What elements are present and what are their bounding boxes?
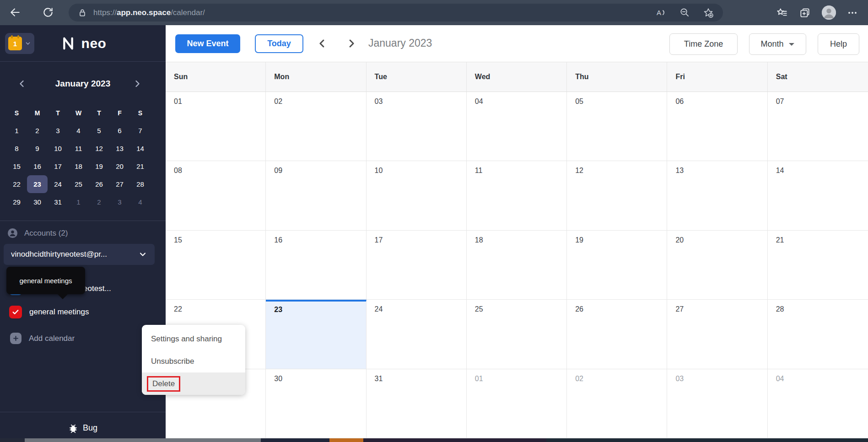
address-bar[interactable]: https://app.neo.space/calendar/ A xyxy=(69,4,723,22)
day-cell[interactable]: 01 xyxy=(467,369,567,438)
add-favorite-icon[interactable] xyxy=(703,7,714,18)
day-cell[interactable]: 18 xyxy=(467,231,567,300)
mini-day-cell[interactable]: 4 xyxy=(68,122,89,140)
read-aloud-icon[interactable]: A xyxy=(656,7,667,18)
day-cell[interactable]: 24 xyxy=(367,300,467,369)
mini-day-cell[interactable]: 5 xyxy=(89,122,109,140)
mini-day-cell[interactable]: 13 xyxy=(109,140,130,157)
day-cell[interactable]: 07 xyxy=(768,92,868,161)
mini-prev-icon[interactable] xyxy=(16,78,27,89)
mini-day-cell[interactable]: 7 xyxy=(130,122,151,140)
day-cell[interactable]: 26 xyxy=(567,300,667,369)
bug-report-button[interactable]: Bug xyxy=(0,418,166,438)
calendar-item-general-meetings[interactable]: general meetings xyxy=(9,306,89,318)
day-cell[interactable]: 11 xyxy=(467,161,567,230)
mini-day-cell[interactable]: 29 xyxy=(6,193,27,211)
next-month-icon[interactable] xyxy=(345,37,358,50)
calendar-context-menu: Settings and sharingUnsubscribeDelete xyxy=(142,325,245,395)
new-event-button[interactable]: New Event xyxy=(175,34,240,53)
day-cell[interactable]: 25 xyxy=(467,300,567,369)
mini-day-cell[interactable]: 28 xyxy=(130,175,151,193)
horizontal-scrollbar-thumb[interactable] xyxy=(25,438,261,442)
day-cell[interactable]: 20 xyxy=(667,231,767,300)
mini-day-cell[interactable]: 20 xyxy=(109,157,130,175)
day-cell[interactable]: 13 xyxy=(667,161,767,230)
mini-day-cell[interactable]: 22 xyxy=(6,175,27,193)
day-cell[interactable]: 14 xyxy=(768,161,868,230)
menu-item-delete[interactable]: Delete xyxy=(142,372,245,395)
day-cell[interactable]: 28 xyxy=(768,300,868,369)
day-cell[interactable]: 16 xyxy=(266,231,366,300)
day-cell[interactable]: 02 xyxy=(266,92,366,161)
day-cell[interactable]: 09 xyxy=(266,161,366,230)
day-cell[interactable]: 21 xyxy=(768,231,868,300)
mini-day-cell[interactable]: 12 xyxy=(89,140,109,157)
zoom-out-icon[interactable] xyxy=(679,7,690,18)
mini-day-cell[interactable]: 14 xyxy=(130,140,151,157)
day-cell[interactable]: 12 xyxy=(567,161,667,230)
tooltip-text: general meetings xyxy=(19,277,72,285)
day-cell[interactable]: 27 xyxy=(667,300,767,369)
mini-day-cell-selected[interactable]: 23 xyxy=(27,175,48,193)
favorites-icon[interactable] xyxy=(776,7,788,19)
mini-day-cell[interactable]: 8 xyxy=(6,140,27,157)
mini-day-cell[interactable]: 2 xyxy=(89,193,109,211)
view-selector[interactable]: Month xyxy=(749,33,806,55)
day-cell[interactable]: 04 xyxy=(467,92,567,161)
mini-day-cell[interactable]: 21 xyxy=(130,157,151,175)
mini-day-cell[interactable]: 18 xyxy=(68,157,89,175)
mini-day-cell[interactable]: 27 xyxy=(109,175,130,193)
mini-day-cell[interactable]: 9 xyxy=(27,140,48,157)
day-cell[interactable]: 30 xyxy=(266,369,366,438)
mini-day-cell[interactable]: 17 xyxy=(48,157,68,175)
mini-day-cell[interactable]: 10 xyxy=(48,140,68,157)
menu-item-unsubscribe[interactable]: Unsubscribe xyxy=(142,350,245,372)
profile-avatar[interactable] xyxy=(822,5,836,20)
mini-day-cell[interactable]: 2 xyxy=(27,122,48,140)
mini-day-cell[interactable]: 3 xyxy=(48,122,68,140)
mini-day-cell[interactable]: 26 xyxy=(89,175,109,193)
day-cell[interactable]: 03 xyxy=(367,92,467,161)
mini-day-cell[interactable]: 11 xyxy=(68,140,89,157)
refresh-icon[interactable] xyxy=(42,6,54,18)
day-cell[interactable]: 03 xyxy=(667,369,767,438)
day-cell-selected[interactable]: 23 xyxy=(266,300,366,369)
menu-item-settings-and-sharing[interactable]: Settings and sharing xyxy=(142,328,245,350)
today-button[interactable]: Today xyxy=(255,34,303,53)
day-cell[interactable]: 17 xyxy=(367,231,467,300)
mini-next-icon[interactable] xyxy=(132,78,143,89)
mini-day-cell[interactable]: 15 xyxy=(6,157,27,175)
mini-day-cell[interactable]: 16 xyxy=(27,157,48,175)
day-cell[interactable]: 08 xyxy=(166,161,266,230)
mini-day-cell[interactable]: 4 xyxy=(130,193,151,211)
mini-day-cell[interactable]: 19 xyxy=(89,157,109,175)
day-cell[interactable]: 06 xyxy=(667,92,767,161)
day-cell[interactable]: 19 xyxy=(567,231,667,300)
mini-day-cell[interactable]: 30 xyxy=(27,193,48,211)
divider xyxy=(0,412,166,412)
mini-day-cell[interactable]: 1 xyxy=(68,193,89,211)
add-calendar-button[interactable]: Add calendar xyxy=(10,333,75,344)
day-cell[interactable]: 31 xyxy=(367,369,467,438)
more-menu-icon[interactable] xyxy=(847,7,858,18)
mini-day-cell[interactable]: 3 xyxy=(109,193,130,211)
day-cell[interactable]: 02 xyxy=(567,369,667,438)
day-cell[interactable]: 01 xyxy=(166,92,266,161)
mini-day-cell[interactable]: 25 xyxy=(68,175,89,193)
back-icon[interactable] xyxy=(9,6,21,18)
mini-day-cell[interactable]: 6 xyxy=(109,122,130,140)
mini-day-cell[interactable]: 31 xyxy=(48,193,68,211)
account-selector[interactable]: vinodhcidthirtyneotest@pr... xyxy=(4,244,155,265)
account-email: vinodhcidthirtyneotest@pr... xyxy=(11,250,107,259)
collections-icon[interactable] xyxy=(799,7,811,19)
day-cell[interactable]: 15 xyxy=(166,231,266,300)
mini-day-cell[interactable]: 1 xyxy=(6,122,27,140)
day-cell[interactable]: 04 xyxy=(768,369,868,438)
day-cell[interactable]: 05 xyxy=(567,92,667,161)
help-button[interactable]: Help xyxy=(818,33,859,55)
checkbox-checked[interactable] xyxy=(9,306,22,318)
mini-day-cell[interactable]: 24 xyxy=(48,175,68,193)
prev-month-icon[interactable] xyxy=(316,37,329,50)
day-cell[interactable]: 10 xyxy=(367,161,467,230)
time-zone-button[interactable]: Time Zone xyxy=(669,33,738,55)
